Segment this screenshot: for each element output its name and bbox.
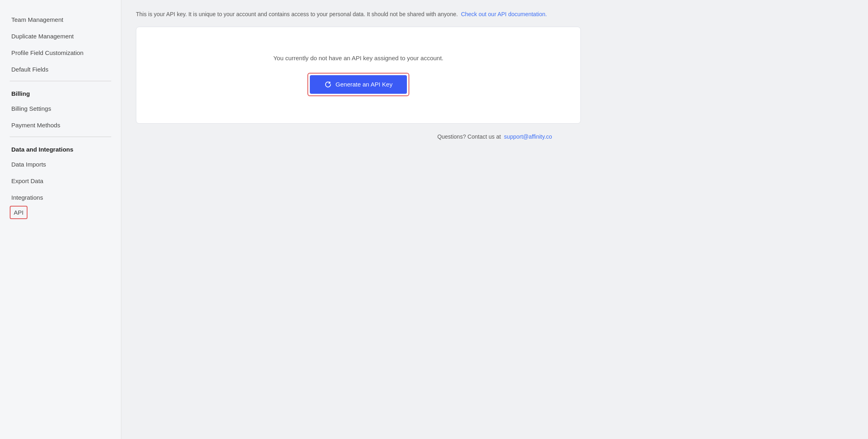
sidebar-section-data-integrations: Data and Integrations bbox=[10, 140, 111, 156]
api-key-box: You currently do not have an API key ass… bbox=[136, 27, 581, 124]
generate-btn-outlined-wrapper: Generate an API Key bbox=[307, 73, 410, 96]
sidebar-item-profile-field-customization[interactable]: Profile Field Customization bbox=[10, 44, 111, 61]
contact-text: Questions? Contact us at support@affinit… bbox=[136, 133, 853, 140]
sidebar-item-default-fields[interactable]: Default Fields bbox=[10, 61, 111, 78]
app-layout: Team Management Duplicate Management Pro… bbox=[0, 0, 868, 439]
sidebar-item-duplicate-management[interactable]: Duplicate Management bbox=[10, 28, 111, 44]
sidebar-divider-2 bbox=[10, 137, 111, 137]
sidebar-section-billing: Billing bbox=[10, 84, 111, 100]
api-doc-link[interactable]: Check out our API documentation. bbox=[461, 11, 547, 17]
sidebar-item-payment-methods[interactable]: Payment Methods bbox=[10, 117, 111, 133]
sidebar-item-billing-settings[interactable]: Billing Settings bbox=[10, 100, 111, 117]
sidebar-item-api[interactable]: API bbox=[10, 206, 28, 219]
sidebar-divider-1 bbox=[10, 81, 111, 81]
sidebar-item-team-management[interactable]: Team Management bbox=[10, 11, 111, 28]
refresh-icon bbox=[324, 81, 332, 88]
sidebar: Team Management Duplicate Management Pro… bbox=[0, 0, 121, 439]
api-description: This is your API key. It is unique to yo… bbox=[136, 10, 581, 19]
support-email-link[interactable]: support@affinity.co bbox=[504, 133, 552, 140]
no-api-key-message: You currently do not have an API key ass… bbox=[273, 55, 444, 61]
generate-api-key-button[interactable]: Generate an API Key bbox=[310, 75, 407, 94]
sidebar-item-data-imports[interactable]: Data Imports bbox=[10, 156, 111, 173]
main-content: This is your API key. It is unique to yo… bbox=[121, 0, 868, 439]
sidebar-item-export-data[interactable]: Export Data bbox=[10, 173, 111, 189]
sidebar-item-integrations[interactable]: Integrations bbox=[10, 189, 111, 206]
